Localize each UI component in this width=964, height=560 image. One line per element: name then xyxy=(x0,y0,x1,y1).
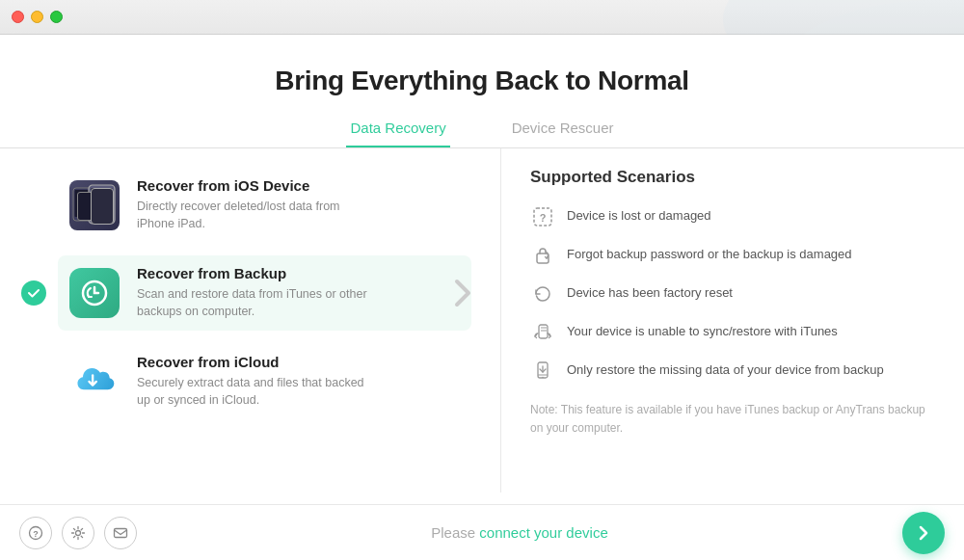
mail-icon xyxy=(113,525,128,541)
next-button[interactable] xyxy=(902,512,945,554)
ios-device-icon xyxy=(69,180,120,230)
mail-button[interactable] xyxy=(104,517,137,549)
bottom-left-controls: ? xyxy=(19,517,137,549)
main-content: Bring Everything Back to Normal Data Rec… xyxy=(0,35,964,504)
scenario-forgot-text: Forgot backup password or the backup is … xyxy=(567,243,852,264)
right-arrow-icon xyxy=(453,279,472,307)
note-text: Note: This feature is available if you h… xyxy=(530,401,935,438)
svg-rect-5 xyxy=(91,188,113,219)
ios-item-text: Recover from iOS Device Directly recover… xyxy=(137,177,368,232)
scenario-reset-text: Device has been factory reset xyxy=(567,281,733,303)
scenario-lost-damaged: ? Device is lost or damaged xyxy=(530,204,935,229)
svg-point-20 xyxy=(76,530,81,535)
undo-icon xyxy=(530,281,555,307)
status-text: Please connect your device xyxy=(137,524,902,541)
right-panel: Supported Scenarios ? Device is lost or … xyxy=(501,148,964,493)
icloud-icon xyxy=(69,356,120,406)
icloud-item-text: Recover from iCloud Securely extract dat… xyxy=(137,354,368,409)
scenario-list: ? Device is lost or damaged xyxy=(530,204,935,384)
scenario-restore-backup: Only restore the missing data of your de… xyxy=(530,359,935,384)
icloud-item-title: Recover from iCloud xyxy=(137,354,368,370)
supported-scenarios-title: Supported Scenarios xyxy=(530,168,935,187)
question-box-icon: ? xyxy=(530,204,555,229)
gear-icon xyxy=(70,525,86,541)
recovery-option-ios[interactable]: Recover from iOS Device Directly recover… xyxy=(58,168,471,242)
backup-item-text: Recover from Backup Scan and restore dat… xyxy=(137,265,368,320)
title-bar xyxy=(0,0,964,35)
ios-item-desc: Directly recover deleted/lost data from … xyxy=(137,198,368,232)
svg-rect-21 xyxy=(115,528,127,537)
svg-rect-4 xyxy=(89,185,115,224)
svg-point-6 xyxy=(100,220,103,223)
window-controls xyxy=(12,11,63,23)
scenario-factory-reset: Device has been factory reset xyxy=(530,281,935,307)
help-icon: ? xyxy=(28,525,43,541)
svg-rect-2 xyxy=(73,188,94,221)
svg-rect-11 xyxy=(539,325,548,338)
scenario-sync-issue: Your device is unable to sync/restore wi… xyxy=(530,320,935,345)
backup-item-desc: Scan and restore data from iTunes or oth… xyxy=(137,285,368,320)
lock-refresh-icon xyxy=(530,243,555,268)
hero-heading: Bring Everything Back to Normal xyxy=(0,66,964,96)
next-arrow-icon xyxy=(914,523,933,543)
help-button[interactable]: ? xyxy=(19,517,52,549)
recovery-option-icloud[interactable]: Recover from iCloud Securely extract dat… xyxy=(58,344,471,418)
selected-check xyxy=(21,280,46,306)
minimize-button[interactable] xyxy=(31,11,43,23)
backup-item-title: Recover from Backup xyxy=(137,265,368,281)
settings-button[interactable] xyxy=(62,517,94,549)
svg-text:?: ? xyxy=(540,212,547,224)
svg-point-16 xyxy=(542,377,544,379)
left-panel: Recover from iOS Device Directly recover… xyxy=(0,148,501,493)
maximize-button[interactable] xyxy=(50,11,63,23)
backup-icon xyxy=(69,268,120,318)
icloud-item-desc: Securely extract data and files that bac… xyxy=(137,374,368,409)
ios-item-title: Recover from iOS Device xyxy=(137,177,368,194)
scenario-sync-text: Your device is unable to sync/restore wi… xyxy=(567,320,838,341)
device-restore-icon xyxy=(530,359,555,384)
close-button[interactable] xyxy=(12,11,24,23)
scenario-forgot-password: Forgot backup password or the backup is … xyxy=(530,243,935,268)
svg-text:?: ? xyxy=(33,529,39,539)
bottom-bar: ? Please connect your device xyxy=(0,504,964,560)
scenario-restore-text: Only restore the missing data of your de… xyxy=(567,359,884,380)
tab-bar: Data Recovery Device Rescuer xyxy=(0,112,964,148)
tab-data-recovery[interactable]: Data Recovery xyxy=(346,112,449,147)
sync-device-icon xyxy=(530,320,555,345)
tab-device-rescuer[interactable]: Device Rescuer xyxy=(508,112,618,147)
status-highlight: connect your device xyxy=(479,524,607,541)
scenario-lost-text: Device is lost or damaged xyxy=(567,204,711,226)
hero-section: Bring Everything Back to Normal xyxy=(0,35,964,112)
svg-rect-3 xyxy=(75,190,94,217)
content-area: Recover from iOS Device Directly recover… xyxy=(0,148,964,493)
recovery-option-backup[interactable]: Recover from Backup Scan and restore dat… xyxy=(58,255,471,330)
